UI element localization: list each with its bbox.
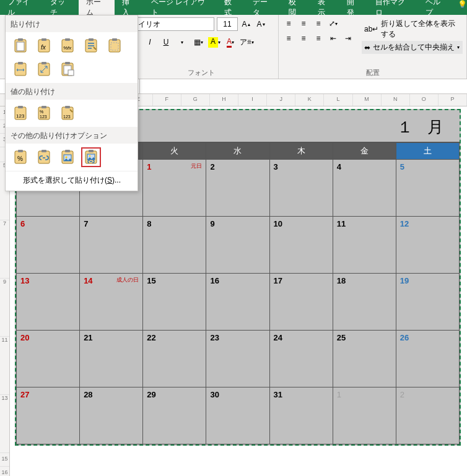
paste-values-numfmt-button[interactable]: %123 <box>34 103 54 123</box>
calendar-cell[interactable]: 14成人の日 <box>80 274 143 331</box>
tab-insert[interactable]: 挿入 <box>115 0 144 15</box>
col-header[interactable]: I <box>238 94 267 106</box>
chevron-down-icon: ▾ <box>457 45 460 50</box>
tab-formulas[interactable]: 数式 <box>217 0 246 15</box>
paste-values-button[interactable]: 123 <box>11 103 30 123</box>
tab-touch[interactable]: タッチ <box>43 0 79 15</box>
svg-rect-14 <box>15 63 26 76</box>
paste-special-button[interactable]: 形式を選択して貼り付け(S)... <box>6 171 137 191</box>
phonetic-button[interactable]: ア亜▾ <box>240 36 253 48</box>
chevron-down-icon[interactable]: ▾ <box>176 36 188 48</box>
orientation-button[interactable]: ⤢▾ <box>327 17 339 30</box>
calendar-cell[interactable]: 31 <box>269 387 333 444</box>
tab-home[interactable]: ホーム <box>79 0 115 15</box>
calendar-cell[interactable]: 23 <box>206 331 269 387</box>
font-color-button[interactable]: A▾ <box>224 36 237 48</box>
paste-no-borders-button[interactable] <box>105 36 124 56</box>
calendar-cell[interactable]: 17 <box>269 274 333 331</box>
tell-me-icon[interactable]: 💡 <box>458 0 467 15</box>
paste-link-button[interactable] <box>34 147 54 167</box>
col-header[interactable]: F <box>153 94 181 106</box>
wrap-text-button[interactable]: ab↵折り返して全体を表示する <box>362 17 463 41</box>
calendar-cell[interactable]: 8 <box>143 217 206 274</box>
calendar-cell[interactable]: 16 <box>206 274 269 331</box>
tab-macros[interactable]: 自作マクロ <box>368 0 418 15</box>
col-header[interactable]: K <box>295 94 324 106</box>
calendar-cell[interactable]: 30 <box>206 387 269 444</box>
calendar-cell[interactable]: 15 <box>143 274 206 331</box>
align-right-button[interactable]: ≡ <box>312 32 325 45</box>
italic-button[interactable]: I <box>144 36 156 48</box>
paste-formulas-numfmt-button[interactable]: %fx <box>58 36 77 56</box>
calendar-cell[interactable]: 22 <box>143 331 206 387</box>
paste-linked-picture-button[interactable] <box>81 147 101 167</box>
indent-decrease-button[interactable]: ⇤ <box>327 32 339 45</box>
calendar-cell[interactable]: 11 <box>333 217 396 274</box>
grow-font-button[interactable]: A▲ <box>240 18 253 30</box>
tab-help[interactable]: ヘルプ <box>418 0 454 15</box>
merge-center-button[interactable]: ⬌セルを結合して中央揃え▾ <box>362 41 463 54</box>
paste-merge-cond-fmt-button[interactable] <box>58 59 77 79</box>
calendar-cell[interactable]: 20 <box>17 331 80 387</box>
calendar-cell[interactable]: 29 <box>143 387 206 444</box>
shrink-font-button[interactable]: A▼ <box>255 18 268 30</box>
calendar-cell[interactable]: 3 <box>269 160 333 217</box>
border-button[interactable]: ▦▾ <box>192 36 204 48</box>
font-size-select[interactable] <box>217 17 238 31</box>
calendar-cell[interactable]: 1元日 <box>143 160 206 217</box>
col-header[interactable]: O <box>410 94 439 106</box>
paste-formulas-button[interactable]: fx <box>34 36 54 56</box>
calendar-cell[interactable]: 6 <box>17 217 80 274</box>
paste-values-sourcefmt-button[interactable]: 123 <box>58 103 77 123</box>
calendar-cell[interactable]: 2 <box>396 387 459 444</box>
calendar-cell[interactable]: 7 <box>80 217 143 274</box>
calendar-cell[interactable]: 24 <box>269 331 333 387</box>
paste-keep-colwidth-button[interactable] <box>11 59 30 79</box>
tab-view[interactable]: 表示 <box>310 0 339 15</box>
calendar-cell[interactable]: 12 <box>396 217 459 274</box>
formula-input[interactable] <box>140 79 467 93</box>
paste-all-button[interactable] <box>11 36 30 56</box>
align-center-button[interactable]: ≡ <box>297 32 310 45</box>
paste-picture-button[interactable] <box>58 147 77 167</box>
calendar-cell[interactable]: 4 <box>333 160 396 217</box>
calendar-cell[interactable]: 10 <box>269 217 333 274</box>
underline-button[interactable]: U <box>160 36 172 48</box>
align-top-button[interactable]: ≡ <box>282 17 295 30</box>
col-header[interactable]: P <box>439 94 467 106</box>
paste-transpose-button[interactable] <box>34 59 54 79</box>
paste-keep-source-fmt-button[interactable] <box>81 36 101 56</box>
tab-pagelayout[interactable]: ページ レイアウト <box>144 0 217 15</box>
font-name-select[interactable] <box>128 17 214 31</box>
calendar-cell[interactable]: 21 <box>80 331 143 387</box>
calendar-cell[interactable]: 1 <box>333 387 396 444</box>
indent-increase-button[interactable]: ⇥ <box>342 32 354 45</box>
calendar-cell[interactable]: 28 <box>80 387 143 444</box>
align-left-button[interactable]: ≡ <box>282 32 295 45</box>
svg-rect-15 <box>18 62 23 64</box>
calendar-cell[interactable]: 19 <box>396 274 459 331</box>
col-header[interactable]: H <box>210 94 238 106</box>
col-header[interactable]: L <box>324 94 352 106</box>
calendar-cell[interactable]: 2 <box>206 160 269 217</box>
align-bottom-button[interactable]: ≡ <box>312 17 325 30</box>
calendar-cell[interactable]: 18 <box>333 274 396 331</box>
svg-rect-1 <box>18 38 23 41</box>
calendar-cell[interactable]: 25 <box>333 331 396 387</box>
calendar-cell[interactable]: 9 <box>206 217 269 274</box>
col-header[interactable]: N <box>382 94 410 106</box>
paste-formatting-button[interactable]: % <box>11 147 30 167</box>
col-header[interactable]: M <box>353 94 382 106</box>
tab-data[interactable]: データ <box>245 0 281 15</box>
align-middle-button[interactable]: ≡ <box>297 17 310 30</box>
fill-color-button[interactable]: A▾ <box>208 36 220 48</box>
tab-developer[interactable]: 開発 <box>339 0 369 15</box>
calendar-cell[interactable]: 13 <box>17 274 80 331</box>
col-header[interactable]: G <box>181 94 210 106</box>
col-header[interactable]: J <box>267 94 295 106</box>
calendar-cell[interactable]: 26 <box>396 331 459 387</box>
tab-review[interactable]: 校閲 <box>281 0 310 15</box>
calendar-cell[interactable]: 27 <box>17 387 80 444</box>
calendar-cell[interactable]: 5 <box>396 160 459 217</box>
tab-file[interactable]: ファイル <box>0 0 43 15</box>
